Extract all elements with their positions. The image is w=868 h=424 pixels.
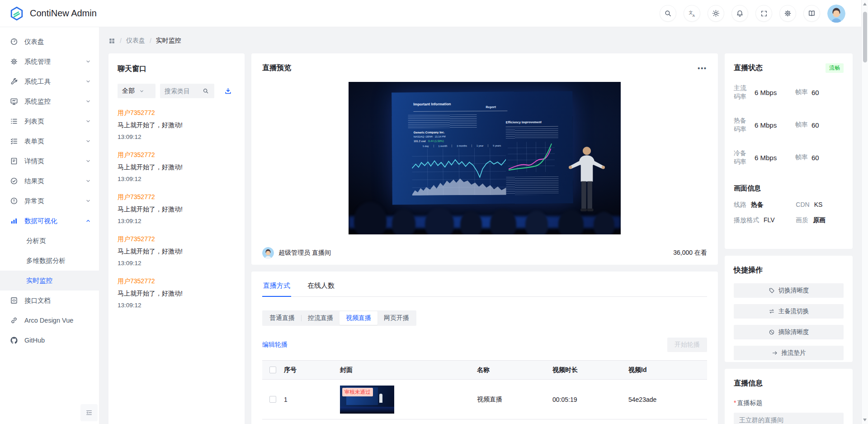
chat-message-text: 马上就开始了，好激动!	[118, 163, 236, 172]
gear-icon	[10, 57, 18, 66]
chat-message-user: 用户7352772	[118, 193, 236, 201]
sidebar-subitem-realtime-monitor[interactable]: 实时监控	[0, 271, 99, 291]
chat-message-text: 马上就开始了，好激动!	[118, 121, 236, 129]
remove-quality-button[interactable]: 摘除清晰度	[734, 325, 844, 339]
docs-button[interactable]	[803, 5, 820, 22]
download-icon[interactable]	[224, 87, 232, 95]
breadcrumb-item[interactable]: 仪表盘	[126, 37, 145, 45]
video-cover-thumbnail[interactable]: 审核未通过	[340, 386, 394, 414]
screen-info-grid: 线路热备 CDNKS 播放格式FLV 画质原画	[734, 201, 844, 224]
info-quality: 画质原画	[796, 216, 844, 224]
sidebar-item-data-visualization[interactable]: 数据可视化	[0, 211, 99, 231]
sidebar-item-system-tools[interactable]: 系统工具	[0, 71, 99, 91]
page-scrollbar[interactable]	[861, 0, 868, 424]
sidebar-item-github[interactable]: GitHub	[0, 330, 99, 350]
search-icon[interactable]	[203, 88, 209, 94]
sidebar-item-api-docs[interactable]: 接口文档	[0, 291, 99, 310]
screen-info-title: 画面信息	[734, 184, 844, 193]
chat-message: 用户7352772 马上就开始了，好激动! 13:09:12	[118, 109, 236, 140]
sidebar-item-form-pages[interactable]: 表单页	[0, 131, 99, 151]
chevron-down-icon	[85, 79, 91, 84]
screen-growth-chart	[508, 142, 555, 172]
col-video-id: 视频Id	[628, 366, 707, 374]
live-title-label: *直播标题	[734, 399, 844, 407]
screen-section2-heading: Efficiency Improvement	[506, 120, 542, 124]
start-carousel-button[interactable]: 开始轮播	[667, 338, 707, 352]
sidebar-subitem-multi-dimension[interactable]: 多维数据分析	[0, 251, 99, 271]
col-cover: 封面	[340, 366, 477, 374]
status-badge: 流畅	[826, 63, 844, 73]
chat-filter-value: 全部	[122, 87, 135, 95]
apps-grid-icon[interactable]	[108, 38, 115, 44]
chat-message-user: 用户7352772	[118, 109, 236, 117]
sidebar-item-label: 系统监控	[24, 97, 51, 106]
sidebar-item-system-management[interactable]: 系统管理	[0, 52, 99, 71]
push-stream-pad-button[interactable]: 推流垫片	[734, 346, 844, 360]
scroll-up-arrow[interactable]	[863, 3, 867, 5]
chat-title: 聊天窗口	[118, 64, 236, 74]
info-line: 线路热备	[734, 201, 796, 209]
sun-icon	[712, 10, 720, 17]
live-video-player[interactable]: Important Information Report Generic Com…	[349, 82, 621, 234]
chat-message-text: 马上就开始了，好激动!	[118, 290, 236, 298]
sidebar-item-label: 系统工具	[24, 77, 51, 86]
edit-carousel-link[interactable]: 编辑轮播	[262, 341, 288, 349]
sidebar-item-result-pages[interactable]: 结果页	[0, 171, 99, 191]
header-actions: 文 A	[660, 5, 859, 23]
chat-filter-select[interactable]: 全部	[118, 84, 156, 98]
mode-video-live[interactable]: 视频直播	[340, 311, 377, 325]
chevron-down-icon	[85, 59, 91, 64]
sidebar-subitem-label: 多维数据分析	[26, 257, 66, 265]
video-presentation-screen: Important Information Report Generic Com…	[392, 91, 573, 204]
scrollbar-thumb[interactable]	[863, 12, 867, 62]
quick-actions-title: 快捷操作	[734, 266, 844, 275]
search-button[interactable]	[660, 5, 676, 22]
chat-message: 用户7352772 马上就开始了，好激动! 13:09:12	[118, 151, 236, 182]
chevron-down-icon	[85, 138, 91, 144]
sidebar-item-label: 数据可视化	[24, 217, 57, 225]
sidebar-subitem-analysis[interactable]: 分析页	[0, 231, 99, 251]
fullscreen-button[interactable]	[755, 5, 772, 22]
sidebar-item-label: 结果页	[24, 177, 44, 186]
live-info-panel: 直播信息 *直播标题	[725, 369, 853, 424]
breadcrumb: / 仪表盘 / 实时监控	[108, 35, 854, 46]
sidebar-item-exception-pages[interactable]: 异常页	[0, 191, 99, 211]
user-avatar[interactable]	[827, 5, 845, 23]
translate-icon: 文 A	[688, 10, 696, 18]
chat-search-input[interactable]	[165, 87, 200, 95]
mode-normal-live[interactable]: 普通直播	[263, 311, 301, 325]
theme-button[interactable]	[708, 5, 724, 22]
sidebar-item-system-monitor[interactable]: 系统监控	[0, 91, 99, 111]
language-button[interactable]: 文 A	[684, 5, 700, 22]
book-icon	[808, 10, 816, 17]
streamer-name: 超级管理员 直播间	[278, 249, 331, 257]
scroll-down-arrow[interactable]	[863, 419, 867, 421]
switch-quality-button[interactable]: 切换清晰度	[734, 283, 844, 298]
chat-message-user: 用户7352772	[118, 151, 236, 159]
notifications-button[interactable]	[731, 5, 748, 22]
arrow-right-icon	[772, 350, 778, 356]
more-icon[interactable]: •••	[698, 65, 707, 72]
tab-online-count[interactable]: 在线人数	[307, 281, 335, 296]
main-backup-switch-button[interactable]: 主备流切换	[734, 304, 844, 319]
sidebar-collapse-button[interactable]	[80, 404, 98, 421]
app-title: ContiNew Admin	[30, 8, 97, 19]
audience-silhouettes	[349, 189, 621, 234]
tab-live-mode[interactable]: 直播方式	[262, 281, 291, 296]
select-all-checkbox[interactable]	[269, 367, 276, 373]
mode-flow-control-live[interactable]: 控流直播	[302, 311, 340, 325]
live-title-input[interactable]	[734, 413, 844, 424]
sidebar-item-arco-design[interactable]: Arco Design Vue	[0, 310, 99, 330]
col-duration: 视频时长	[552, 366, 628, 374]
sidebar-item-list-pages[interactable]: 列表页	[0, 111, 99, 131]
info-cdn: CDNKS	[796, 201, 844, 209]
mode-web-live[interactable]: 网页开播	[377, 311, 415, 325]
sidebar-item-dashboard[interactable]: 仪表盘	[0, 32, 99, 52]
chat-message-time: 13:09:12	[118, 176, 236, 182]
settings-button[interactable]	[779, 5, 796, 22]
app-logo[interactable]: ContiNew Admin	[9, 6, 97, 21]
row-checkbox[interactable]	[269, 396, 276, 403]
chevron-down-icon	[85, 99, 91, 104]
sidebar-item-detail-pages[interactable]: 详情页	[0, 151, 99, 171]
chat-message: 用户7352772 马上就开始了，好激动! 13:09:12	[118, 235, 236, 267]
